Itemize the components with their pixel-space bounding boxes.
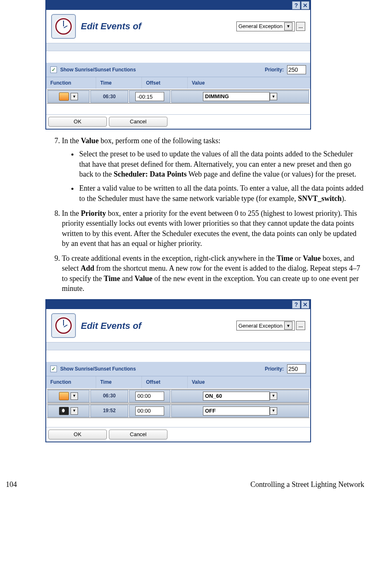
edit-events-dialog-2: ? ✕ Edit Events of General Exception ▼ …… — [45, 299, 311, 442]
col-function: Function — [46, 77, 96, 89]
priority-label: Priority: — [265, 66, 284, 73]
clock-icon — [51, 14, 76, 39]
time-cell: 06:30 — [90, 90, 128, 103]
sunrise-icon — [59, 392, 69, 400]
priority-input[interactable] — [287, 65, 306, 74]
sunset-icon — [59, 407, 69, 415]
sunrise-icon — [59, 92, 69, 101]
value-select-text: ON_60 — [203, 392, 270, 401]
time-cell: 06:30 — [90, 390, 128, 402]
titlebar: ? ✕ — [46, 1, 310, 10]
offset-cell — [129, 90, 170, 103]
value-select[interactable]: DIMMING ▼ — [203, 92, 277, 101]
value-cell: ON_60 ▼ — [171, 390, 309, 402]
step-7: In the Value box, perform one of the fol… — [62, 136, 366, 203]
function-cell[interactable]: ▼ — [47, 390, 90, 402]
step-7-bullet-1: Select the preset to be used to update t… — [78, 149, 364, 179]
offset-cell — [129, 390, 170, 402]
value-cell: DIMMING ▼ — [171, 90, 309, 103]
dialog-title: Edit Events of — [81, 20, 231, 33]
chevron-down-icon[interactable]: ▼ — [270, 407, 277, 415]
chevron-down-icon[interactable]: ▼ — [71, 407, 78, 415]
col-function: Function — [46, 376, 96, 388]
col-time: Time — [96, 77, 142, 89]
show-sunrise-checkbox[interactable]: ✓ — [50, 66, 57, 73]
col-value: Value — [188, 77, 310, 89]
close-icon[interactable]: ✕ — [301, 1, 309, 9]
titlebar: ? ✕ — [46, 300, 310, 309]
help-icon[interactable]: ? — [292, 1, 300, 9]
chevron-down-icon[interactable]: ▼ — [71, 93, 78, 100]
chevron-down-icon[interactable]: ▼ — [270, 392, 277, 400]
col-offset: Offset — [142, 77, 188, 89]
offset-cell — [129, 405, 170, 417]
cancel-button[interactable]: Cancel — [109, 430, 167, 439]
offset-input[interactable] — [135, 92, 164, 101]
show-sunrise-label: Show Sunrise/Sunset Functions — [60, 366, 262, 372]
edit-events-dialog-1: ? ✕ Edit Events of General Exception ▼ …… — [45, 0, 311, 130]
dialog-title: Edit Events of — [81, 320, 231, 332]
time-cell: 19:52 — [90, 405, 128, 417]
show-sunrise-checkbox[interactable]: ✓ — [50, 366, 57, 372]
column-headers: Function Time Offset Value — [46, 77, 310, 89]
event-row: ▼ 06:30 ON_60 ▼ — [47, 389, 309, 403]
value-select[interactable]: OFF ▼ — [203, 406, 277, 416]
clock-icon — [51, 313, 76, 338]
chevron-down-icon[interactable]: ▼ — [71, 392, 78, 400]
value-select[interactable]: ON_60 ▼ — [203, 392, 277, 401]
priority-label: Priority: — [265, 366, 284, 372]
value-select-text: DIMMING — [203, 92, 270, 101]
help-icon[interactable]: ? — [292, 300, 300, 309]
browse-button[interactable]: … — [296, 321, 305, 330]
event-row: ▼ 06:30 DIMMING ▼ — [47, 90, 309, 104]
offset-input[interactable] — [135, 406, 164, 416]
page-footer: 104 Controlling a Street Lighting Networ… — [4, 479, 366, 489]
exception-select-value: General Exception — [237, 322, 284, 330]
priority-input[interactable] — [287, 364, 306, 373]
function-cell[interactable]: ▼ — [47, 405, 90, 417]
ok-button[interactable]: OK — [48, 117, 107, 127]
value-cell: OFF ▼ — [171, 405, 309, 417]
chevron-down-icon[interactable]: ▼ — [284, 321, 292, 330]
value-select-text: OFF — [203, 406, 270, 416]
exception-select[interactable]: General Exception ▼ — [236, 21, 295, 31]
close-icon[interactable]: ✕ — [301, 300, 309, 309]
offset-input[interactable] — [135, 392, 164, 401]
col-offset: Offset — [142, 376, 188, 388]
function-cell[interactable]: ▼ — [47, 90, 90, 103]
exception-select-value: General Exception — [237, 23, 284, 30]
exception-select[interactable]: General Exception ▼ — [236, 321, 295, 331]
step-8: In the Priority box, enter a priority fo… — [62, 208, 366, 248]
chevron-down-icon[interactable]: ▼ — [284, 22, 292, 31]
page-number: 104 — [6, 479, 17, 489]
ok-button[interactable]: OK — [48, 430, 107, 439]
event-row: ▼ 19:52 OFF ▼ — [47, 404, 309, 418]
chevron-down-icon[interactable]: ▼ — [270, 93, 277, 100]
cancel-button[interactable]: Cancel — [109, 117, 167, 127]
col-time: Time — [96, 376, 142, 388]
footer-title: Controlling a Street Lighting Network — [250, 479, 364, 489]
column-headers: Function Time Offset Value — [46, 376, 310, 388]
col-value: Value — [188, 376, 310, 388]
browse-button[interactable]: … — [296, 22, 305, 31]
step-9: To create additional events in the excep… — [62, 253, 366, 293]
step-7-bullet-2: Enter a valid value to be written to all… — [78, 183, 364, 203]
show-sunrise-label: Show Sunrise/Sunset Functions — [60, 66, 262, 73]
